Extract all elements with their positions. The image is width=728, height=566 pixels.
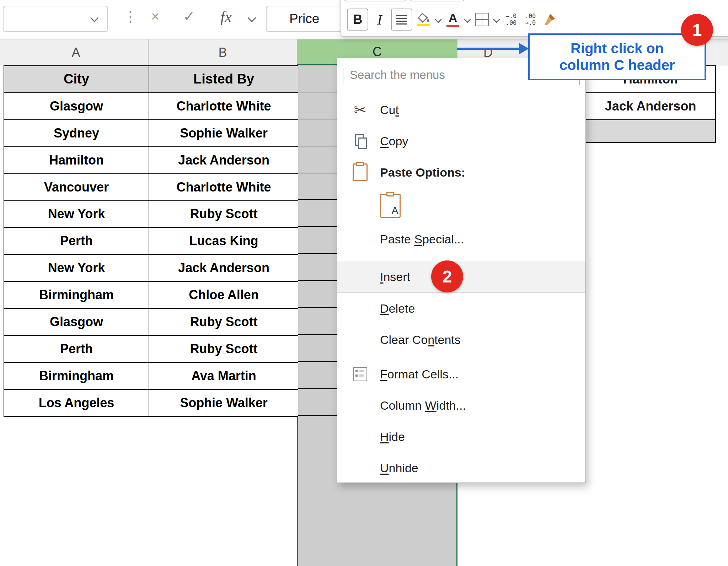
menu-item-copy[interactable]: Copy [337, 125, 585, 157]
city-cell[interactable]: Hamilton [4, 147, 149, 173]
city-cell[interactable]: Vancouver [4, 174, 149, 200]
callout-arrow-head [519, 43, 529, 54]
data-table: City Listed By Glasgow Charlotte White S… [4, 65, 298, 417]
listed-by-cell[interactable]: Charlotte White [149, 174, 298, 200]
decrease-decimal-icon: .00→.0 [525, 13, 536, 26]
table-row: New York Jack Anderson [4, 255, 298, 282]
mini-toolbar: B I A [341, 0, 728, 37]
menu-item-unhide[interactable]: Unhide [337, 452, 585, 484]
chevron-down-icon [90, 14, 98, 22]
listed-by-cell[interactable]: Ruby Scott [149, 336, 298, 362]
table-row: Perth Ruby Scott [4, 336, 298, 363]
chevron-down-icon[interactable] [464, 16, 471, 23]
bold-button[interactable]: B [347, 9, 368, 31]
italic-button[interactable]: I [372, 9, 387, 30]
listed-by-cell[interactable]: Ava Martin [149, 363, 298, 389]
side-cell-empty[interactable] [585, 120, 716, 143]
table-row: Glasgow Charlotte White [4, 93, 298, 120]
city-cell[interactable]: New York [4, 255, 149, 281]
paint-bucket-icon [418, 13, 430, 23]
table-row: Los Angeles Sophie Walker [4, 390, 298, 417]
callout-line1: Right click on [571, 40, 664, 57]
align-lines-icon [396, 15, 407, 25]
listed-by-cell[interactable]: Chloe Allen [149, 282, 298, 308]
side-cell[interactable]: Jack Anderson [585, 93, 716, 120]
menu-item-paste-special[interactable]: Paste Special... [337, 223, 585, 255]
format-painter-button[interactable] [542, 9, 557, 30]
column-header-a[interactable]: A [4, 39, 149, 66]
table-header-row: City Listed By [4, 66, 298, 93]
city-cell[interactable]: New York [4, 201, 149, 227]
menu-item-label: Format Cells... [373, 367, 459, 381]
listed-by-cell[interactable]: Ruby Scott [149, 309, 298, 335]
menu-item-label: Clear Contents [373, 333, 461, 347]
menu-item-delete[interactable]: Delete [337, 293, 585, 324]
column-letter: B [218, 45, 227, 60]
city-cell[interactable]: Birmingham [4, 282, 149, 308]
table-row: Birmingham Chloe Allen [4, 282, 298, 309]
listed-by-cell[interactable]: Jack Anderson [149, 255, 298, 281]
listed-by-cell[interactable]: Lucas King [149, 228, 298, 254]
menu-item-cut[interactable]: ✂ Cut [337, 94, 585, 125]
chevron-down-icon[interactable] [435, 16, 442, 23]
listed-by-cell[interactable]: Sophie Walker [149, 390, 298, 416]
callout-arrow-line [457, 48, 520, 50]
cropped-font-name-box [344, 0, 407, 1]
listed-by-cell[interactable]: Ruby Scott [149, 201, 298, 227]
name-box[interactable] [3, 6, 108, 32]
menu-item-format-cells[interactable]: Format Cells... [337, 359, 585, 390]
paste-keep-source-formatting-button[interactable] [337, 188, 585, 223]
fill-color-button[interactable] [416, 9, 432, 30]
fill-color-swatch [417, 24, 430, 26]
listed-by-header-cell[interactable]: Listed By [149, 66, 298, 92]
table-row: Vancouver Charlotte White [4, 174, 298, 201]
enter-icon[interactable]: ✓ [183, 9, 195, 23]
city-cell[interactable]: Los Angeles [4, 390, 149, 416]
font-color-a-icon: A [449, 12, 457, 24]
menu-item-column-width[interactable]: Column Width... [337, 390, 585, 421]
clipboard-a-icon [380, 194, 401, 218]
listed-by-cell[interactable]: Charlotte White [149, 93, 298, 119]
chevron-down-icon[interactable] [493, 16, 500, 23]
city-header-cell[interactable]: City [4, 66, 149, 92]
city-cell[interactable]: Perth [4, 228, 149, 254]
copy-icon [347, 134, 373, 148]
city-cell[interactable]: Sydney [4, 120, 149, 146]
city-cell[interactable]: Birmingham [4, 363, 149, 389]
excel-window: ⋮ × ✓ fx Price B I [0, 0, 728, 566]
cropped-font-size-box [410, 0, 464, 1]
listed-by-cell[interactable]: Sophie Walker [149, 120, 298, 146]
table-row: Perth Lucas King [4, 228, 298, 255]
table-row: Sydney Sophie Walker [4, 120, 298, 147]
clipboard-icon [347, 163, 373, 181]
menu-item-paste-options: Paste Options: [337, 157, 585, 188]
format-painter-brush-icon [543, 13, 556, 26]
column-letter: A [71, 45, 80, 60]
listed-by-cell[interactable]: Jack Anderson [149, 147, 298, 173]
font-color-button[interactable]: A [445, 9, 461, 30]
menu-separator [342, 357, 580, 357]
italic-icon: I [377, 11, 382, 28]
column-header-b[interactable]: B [149, 39, 297, 66]
city-cell[interactable]: Glasgow [4, 309, 149, 335]
decrease-decimal-button[interactable]: .00→.0 [523, 9, 538, 30]
increase-decimal-button[interactable]: ←.0.00 [503, 9, 519, 30]
step-1-badge: 1 [681, 14, 713, 46]
insert-function-icon[interactable]: fx [220, 8, 232, 26]
menu-item-label: Paste Special... [373, 232, 464, 246]
format-cells-icon [347, 367, 373, 381]
menu-item-hide[interactable]: Hide [337, 421, 585, 452]
borders-button[interactable] [474, 9, 490, 30]
increase-decimal-icon: ←.0.00 [506, 13, 517, 26]
bold-icon: B [353, 12, 363, 27]
menu-item-clear-contents[interactable]: Clear Contents [337, 324, 585, 355]
chevron-down-icon[interactable] [247, 14, 256, 22]
callout-line2: column C header [560, 57, 675, 74]
menu-item-label: Insert [373, 270, 410, 284]
toolbar-row: B I A [347, 8, 557, 31]
cancel-icon[interactable]: × [151, 9, 159, 23]
city-cell[interactable]: Glasgow [4, 93, 149, 119]
table-row: Birmingham Ava Martin [4, 363, 298, 390]
align-button[interactable] [391, 9, 412, 31]
city-cell[interactable]: Perth [4, 336, 149, 362]
